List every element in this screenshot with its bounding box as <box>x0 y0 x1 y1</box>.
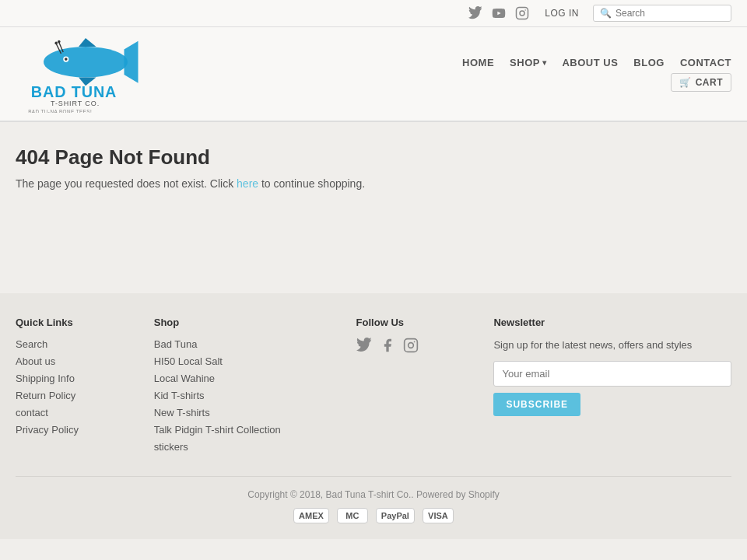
list-item: Talk Pidgin T-shirt Collection <box>154 423 281 436</box>
copyright-text: Copyright © 2018, Bad Tuna T-shirt Co.. … <box>16 489 731 500</box>
payment-mastercard: MC <box>337 508 368 523</box>
svg-rect-0 <box>517 8 528 19</box>
error-msg-pre: The page you requested does not exist. C… <box>16 177 237 190</box>
list-item: Search <box>16 338 79 350</box>
payment-amex: AMEX <box>293 508 329 523</box>
svg-point-12 <box>58 40 61 44</box>
footer-quick-links: Quick Links Search About us Shipping Inf… <box>16 317 79 453</box>
shop-heading: Shop <box>154 317 281 328</box>
list-item: New T-shirts <box>154 406 281 418</box>
youtube-icon[interactable] <box>490 5 507 22</box>
error-title: 404 Page Not Found <box>16 145 731 170</box>
footer-twitter-icon[interactable] <box>356 338 372 357</box>
payment-icons: AMEX MC PayPal VISA <box>16 508 731 523</box>
quick-links-list: Search About us Shipping Info Return Pol… <box>16 338 79 436</box>
follow-icons <box>356 338 419 357</box>
quick-link-privacy[interactable]: Privacy Policy <box>16 424 79 436</box>
top-bar: LOG IN 🔍 <box>0 0 747 27</box>
instagram-icon[interactable] <box>514 5 531 22</box>
search-icon: 🔍 <box>600 8 612 19</box>
shop-list: Bad Tuna HI50 Local Salt Local Wahine Ki… <box>154 338 281 453</box>
site-header: BAD TUNA T-SHIRT CO. BAD TU-NA BONE TEES… <box>0 27 747 121</box>
cart-icon: 🛒 <box>679 77 692 88</box>
main-nav: HOME SHOP ▾ ABOUT US BLOG CONTACT 🛒 CART <box>462 57 731 92</box>
quick-link-return[interactable]: Return Policy <box>16 390 75 401</box>
search-input[interactable] <box>615 8 724 19</box>
quick-link-contact[interactable]: contact <box>16 407 48 418</box>
svg-point-18 <box>413 341 415 343</box>
svg-text:BAD TU-NA BONE TEES!: BAD TU-NA BONE TEES! <box>28 109 92 113</box>
footer-instagram-icon[interactable] <box>403 338 419 357</box>
svg-marker-4 <box>124 41 139 83</box>
svg-text:BAD TUNA: BAD TUNA <box>31 83 117 100</box>
copyright-suffix: Powered by Shopify <box>416 489 500 500</box>
logo-area: BAD TUNA T-SHIRT CO. BAD TU-NA BONE TEES… <box>16 35 156 113</box>
newsletter-heading: Newsletter <box>493 317 731 328</box>
nav-links: HOME SHOP ▾ ABOUT US BLOG CONTACT <box>462 57 731 68</box>
error-msg-post: to continue shopping. <box>258 177 365 190</box>
list-item: Shipping Info <box>16 372 79 384</box>
payment-visa: VISA <box>423 508 454 523</box>
here-link[interactable]: here <box>237 177 258 190</box>
svg-point-6 <box>65 58 68 61</box>
footer-facebook-icon[interactable] <box>380 338 395 357</box>
main-content: 404 Page Not Found The page you requeste… <box>0 122 747 278</box>
follow-us-heading: Follow Us <box>356 317 419 328</box>
payment-paypal: PayPal <box>376 508 415 523</box>
footer-columns: Quick Links Search About us Shipping Inf… <box>16 317 731 453</box>
quick-link-search[interactable]: Search <box>16 338 47 350</box>
error-message: The page you requested does not exist. C… <box>16 177 731 190</box>
quick-links-heading: Quick Links <box>16 317 79 328</box>
search-bar: 🔍 <box>593 5 731 22</box>
list-item: Privacy Policy <box>16 423 79 436</box>
social-icons <box>467 5 531 22</box>
footer-shop: Shop Bad Tuna HI50 Local Salt Local Wahi… <box>154 317 281 453</box>
footer-newsletter: Newsletter Sign up for the latest news, … <box>493 317 731 453</box>
list-item: HI50 Local Salt <box>154 355 281 367</box>
nav-about-us[interactable]: ABOUT US <box>562 57 618 68</box>
svg-point-3 <box>44 47 128 78</box>
quick-link-shipping[interactable]: Shipping Info <box>16 373 75 384</box>
nav-contact[interactable]: CONTACT <box>680 57 731 68</box>
email-input[interactable] <box>493 361 731 387</box>
shop-hi50[interactable]: HI50 Local Salt <box>154 355 223 367</box>
shop-dropdown-icon: ▾ <box>542 58 547 67</box>
copyright-prefix: Copyright © 2018, <box>247 489 323 500</box>
list-item: About us <box>16 355 79 367</box>
cart-button[interactable]: 🛒 CART <box>671 73 731 92</box>
newsletter-description: Sign up for the latest news, offers and … <box>493 338 731 353</box>
list-item: Kid T-shirts <box>154 389 281 401</box>
twitter-icon[interactable] <box>467 5 484 22</box>
svg-rect-16 <box>404 339 417 352</box>
shop-new-tshirts[interactable]: New T-shirts <box>154 407 210 418</box>
shop-pidgin[interactable]: Talk Pidgin T-shirt Collection <box>154 424 281 436</box>
svg-point-17 <box>408 343 413 348</box>
svg-text:T-SHIRT CO.: T-SHIRT CO. <box>51 100 100 107</box>
login-link[interactable]: LOG IN <box>545 8 579 19</box>
list-item: contact <box>16 406 79 418</box>
svg-point-1 <box>520 11 524 16</box>
copyright-brand-link[interactable]: Bad Tuna T-shirt Co.. <box>326 489 414 500</box>
brand-logo[interactable]: BAD TUNA T-SHIRT CO. BAD TU-NA BONE TEES… <box>16 35 156 113</box>
list-item: Return Policy <box>16 389 79 401</box>
svg-point-2 <box>525 9 527 11</box>
quick-link-about[interactable]: About us <box>16 355 55 367</box>
site-footer: Quick Links Search About us Shipping Inf… <box>0 293 747 539</box>
nav-home[interactable]: HOME <box>462 57 494 68</box>
svg-point-10 <box>54 42 58 45</box>
nav-shop[interactable]: SHOP ▾ <box>510 57 546 68</box>
shop-wahine[interactable]: Local Wahine <box>154 373 215 384</box>
svg-marker-7 <box>79 38 96 47</box>
shop-stickers[interactable]: stickers <box>154 441 188 453</box>
nav-blog[interactable]: BLOG <box>633 57 665 68</box>
subscribe-button[interactable]: SUBSCRIBE <box>493 393 580 416</box>
shop-bad-tuna[interactable]: Bad Tuna <box>154 338 198 350</box>
shop-kid-tshirts[interactable]: Kid T-shirts <box>154 390 205 401</box>
footer-follow-us: Follow Us <box>356 317 419 453</box>
footer-bottom: Copyright © 2018, Bad Tuna T-shirt Co.. … <box>16 476 731 523</box>
list-item: Bad Tuna <box>154 338 281 350</box>
list-item: stickers <box>154 440 281 453</box>
list-item: Local Wahine <box>154 372 281 384</box>
